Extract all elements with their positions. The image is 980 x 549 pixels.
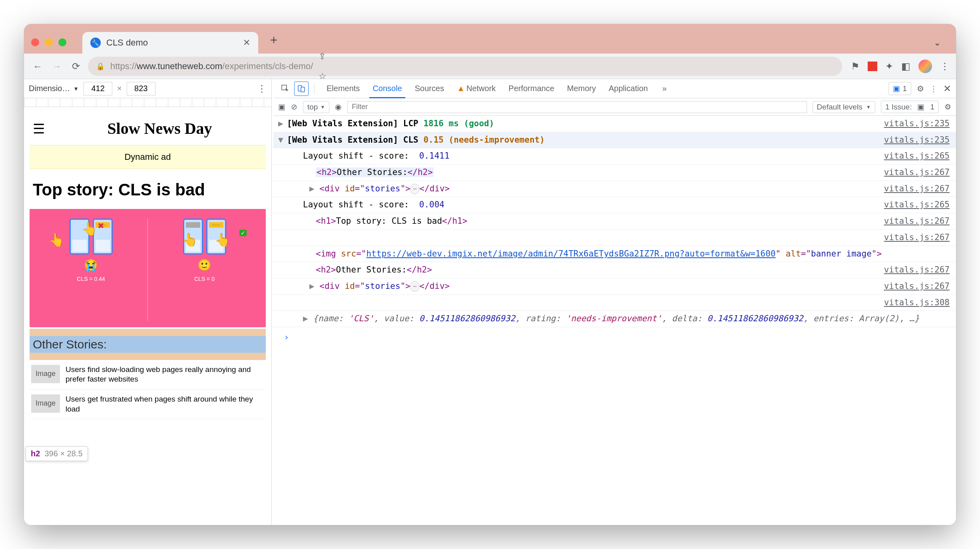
hamburger-icon[interactable]: ☰	[33, 121, 45, 137]
flag-icon[interactable]: ⚑	[851, 61, 860, 72]
console-prompt[interactable]: ›	[273, 327, 956, 347]
extensions-puzzle-icon[interactable]: ✦	[885, 61, 893, 72]
devtools-panel: ElementsConsoleSources▲NetworkPerformanc…	[273, 79, 956, 525]
story-thumbnail: Image	[31, 394, 60, 413]
stories-list: Image Users find slow-loading web pages …	[30, 360, 266, 420]
console-output[interactable]: ▶[Web Vitals Extension] LCP 1816 ms (goo…	[273, 116, 956, 525]
console-filter-input[interactable]	[347, 101, 807, 113]
svg-rect-2	[301, 87, 305, 92]
log-levels-selector[interactable]: Default levels ▼	[813, 101, 875, 113]
console-row[interactable]: vitals.js:267	[273, 230, 956, 246]
story-text: Users get frustrated when pages shift ar…	[66, 394, 264, 414]
cls-overlay	[30, 353, 266, 360]
devtools-tab-sources[interactable]: Sources	[408, 79, 450, 98]
device-width-input[interactable]	[84, 82, 112, 95]
browser-tab[interactable]: 🔧 CLS demo ✕	[82, 32, 258, 54]
devtools-tab-application[interactable]: Application	[602, 79, 654, 98]
hand-icon: 👆	[182, 232, 198, 247]
story-row[interactable]: Image Users get frustrated when pages sh…	[30, 390, 266, 419]
console-row[interactable]: ▼[Web Vitals Extension] CLS 0.15 (needs-…	[273, 132, 956, 149]
side-panel-icon[interactable]: ◧	[901, 61, 910, 72]
story-row[interactable]: Image Users find slow-loading web pages …	[30, 360, 266, 390]
console-settings-icon[interactable]: ⚙	[944, 102, 951, 111]
browser-window: 🔧 CLS demo ✕ ＋ ⌄ ← → ⟳ 🔒 https://www.tun…	[24, 24, 956, 525]
console-row[interactable]: ▶ <div id="stories">⋯</div>vitals.js:267	[273, 278, 956, 295]
device-toggle-icon[interactable]	[294, 82, 309, 96]
share-icon[interactable]: ⇪	[319, 51, 834, 62]
context-selector[interactable]: top▼	[303, 101, 329, 113]
console-play-icon[interactable]: ▣	[278, 102, 285, 111]
lock-icon[interactable]: 🔒	[96, 62, 105, 71]
console-row[interactable]: <h1>Top story: CLS is bad</h1>vitals.js:…	[273, 213, 956, 230]
devtools-tabs: ElementsConsoleSources▲NetworkPerformanc…	[273, 79, 956, 98]
devtools-tab-console[interactable]: Console	[366, 79, 408, 98]
source-link[interactable]: vitals.js:267	[884, 263, 950, 277]
source-link[interactable]: vitals.js:235	[884, 117, 950, 131]
top-story-heading: Top story: CLS is bad	[30, 177, 266, 203]
devtools-tab-performance[interactable]: Performance	[502, 79, 561, 98]
extension-red-icon[interactable]	[868, 62, 877, 71]
reload-button[interactable]: ⟳	[69, 59, 83, 74]
console-row[interactable]: Layout shift - score: 0.1411vitals.js:26…	[273, 148, 956, 165]
browser-menu-icon[interactable]: ⋮	[940, 61, 950, 72]
close-window-icon[interactable]	[31, 38, 39, 46]
source-link[interactable]: vitals.js:235	[884, 133, 950, 147]
window-controls	[31, 38, 78, 54]
cls-bad-label: CLS = 0.44	[77, 276, 105, 282]
ruler	[24, 98, 271, 107]
crying-emoji-icon: 😭	[84, 259, 98, 272]
devtools-menu-icon[interactable]: ⋮	[930, 84, 938, 93]
tabs-dropdown-icon[interactable]: ⌄	[934, 38, 949, 54]
address-bar[interactable]: 🔒 https://www.tunetheweb.com/experiments…	[88, 57, 842, 76]
tab-close-icon[interactable]: ✕	[243, 38, 250, 48]
inspect-element-icon[interactable]	[278, 82, 293, 96]
url-text: https://www.tunetheweb.com/experiments/c…	[110, 61, 313, 72]
ad-banner[interactable]: Dynamic ad	[30, 145, 266, 169]
device-menu-icon[interactable]: ⋮	[257, 83, 267, 94]
cls-overlay	[30, 329, 266, 336]
source-link[interactable]: vitals.js:267	[884, 279, 950, 294]
console-row[interactable]: Layout shift - score: 0.004vitals.js:265	[273, 197, 956, 213]
maximize-window-icon[interactable]	[58, 38, 66, 46]
console-row[interactable]: ▶ {name: 'CLS', value: 0.145118628609869…	[273, 311, 956, 327]
settings-icon[interactable]: ⚙	[917, 84, 924, 93]
device-dropdown[interactable]: Dimensio… ▼	[29, 84, 79, 93]
source-link[interactable]: vitals.js:265	[884, 149, 950, 163]
tab-favicon: 🔧	[90, 38, 101, 48]
hand-icon: 👆	[215, 232, 231, 247]
hand-icon: 👆	[49, 232, 65, 247]
minimize-window-icon[interactable]	[45, 38, 53, 46]
forward-button[interactable]: →	[50, 59, 64, 74]
chatter-badge[interactable]: ▣ 1	[888, 82, 911, 95]
emulated-page: ☰ Slow News Day Dynamic ad Top story: CL…	[24, 107, 271, 525]
device-toolbar: Dimensio… ▼ × ⋮	[24, 79, 271, 98]
device-height-input[interactable]	[127, 82, 155, 95]
source-link[interactable]: vitals.js:267	[884, 165, 950, 180]
source-link[interactable]: vitals.js:308	[884, 296, 950, 310]
devtools-tab-network[interactable]: ▲Network	[450, 79, 502, 98]
source-link[interactable]: vitals.js:267	[884, 214, 950, 229]
issues-badge[interactable]: 1 Issue: ▣ 1	[881, 101, 939, 113]
back-button[interactable]: ←	[30, 59, 45, 74]
console-row[interactable]: <img src="https://web-dev.imgix.net/imag…	[273, 246, 956, 263]
devtools-close-icon[interactable]: ✕	[943, 83, 951, 94]
source-link[interactable]: vitals.js:267	[884, 231, 950, 245]
console-row[interactable]: ▶ <div id="stories">⋯</div>vitals.js:267	[273, 181, 956, 197]
console-row[interactable]: ▶[Web Vitals Extension] LCP 1816 ms (goo…	[273, 116, 956, 132]
tab-title: CLS demo	[106, 38, 148, 48]
devtools-tab-memory[interactable]: Memory	[561, 79, 602, 98]
source-link[interactable]: vitals.js:267	[884, 182, 950, 196]
cls-good-label: CLS = 0	[194, 276, 215, 282]
console-row[interactable]: vitals.js:308	[273, 295, 956, 311]
clear-console-icon[interactable]: ⊘	[291, 102, 297, 111]
browser-toolbar: ← → ⟳ 🔒 https://www.tunetheweb.com/exper…	[24, 54, 956, 79]
profile-avatar[interactable]	[918, 60, 932, 73]
console-row[interactable]: <h2>Other Stories:</h2>vitals.js:267	[273, 262, 956, 278]
console-row[interactable]: <h2>Other Stories:</h2>vitals.js:267	[273, 165, 956, 181]
banner-image: Banner 👆 👆 ✖ 😭 CLS = 0.44 Banner	[30, 209, 266, 327]
live-expression-icon[interactable]: ◉	[335, 102, 342, 111]
new-tab-button[interactable]: ＋	[262, 32, 280, 54]
source-link[interactable]: vitals.js:265	[884, 198, 950, 212]
devtools-tab-elements[interactable]: Elements	[320, 79, 366, 98]
tabs-overflow-icon[interactable]: »	[656, 79, 673, 98]
